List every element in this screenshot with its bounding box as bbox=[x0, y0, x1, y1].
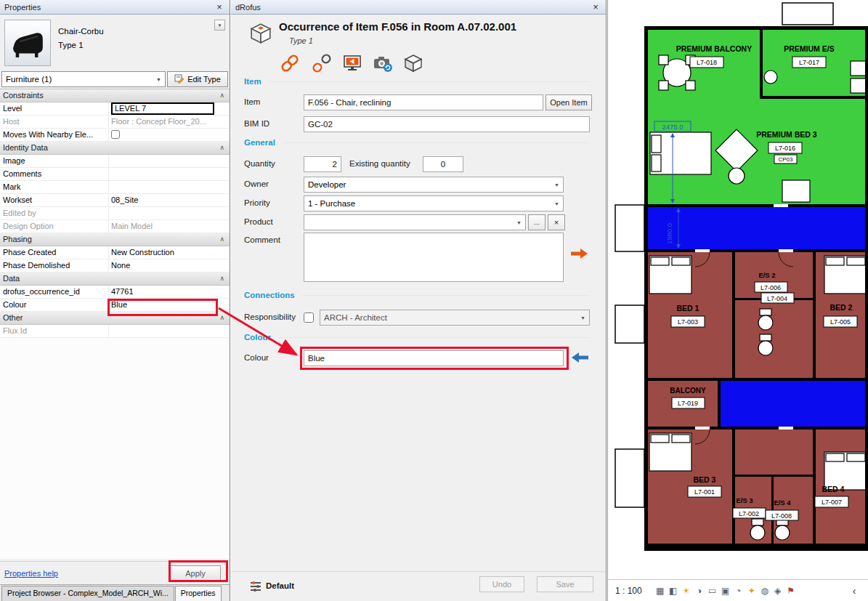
view-properties-icon[interactable]: ◍ bbox=[758, 586, 771, 596]
push-to-drofus-arrow-icon[interactable] bbox=[569, 247, 588, 262]
colour-value-cell[interactable]: Blue bbox=[109, 299, 230, 311]
displacement-icon[interactable]: ⚑ bbox=[784, 586, 798, 596]
tab-project-browser[interactable]: Project Browser - Complex_Model_ARCH_Wi.… bbox=[1, 586, 174, 601]
property-value-cell[interactable] bbox=[109, 181, 230, 193]
link-icon[interactable] bbox=[279, 52, 301, 74]
group-other[interactable]: Other ∧ bbox=[0, 312, 230, 325]
footer-divider bbox=[231, 571, 606, 572]
occurrence-heading: Occurrence of Item F.056 in Room A.07.02… bbox=[279, 20, 516, 33]
chevron-down-icon: ▼ bbox=[580, 315, 585, 320]
group-constraints[interactable]: Constraints ∧ bbox=[0, 89, 230, 102]
item-input[interactable] bbox=[304, 94, 543, 110]
model-box-icon[interactable] bbox=[402, 52, 424, 74]
row-image: Image bbox=[0, 155, 230, 168]
comment-label: Comment bbox=[244, 235, 280, 244]
property-value-cell[interactable] bbox=[109, 168, 230, 180]
drofus-title-bar[interactable]: dRofus × bbox=[231, 0, 606, 15]
pull-from-revit-arrow-icon[interactable] bbox=[571, 351, 590, 366]
owner-value: Developer bbox=[308, 180, 346, 189]
colour-input[interactable] bbox=[304, 350, 564, 366]
collapse-icon[interactable]: ∧ bbox=[219, 142, 224, 154]
property-value-cell bbox=[109, 325, 230, 337]
camera-sync-icon[interactable] bbox=[372, 52, 394, 74]
collapse-icon[interactable]: ∧ bbox=[219, 273, 224, 285]
save-button[interactable]: Save bbox=[537, 576, 593, 592]
detail-level-icon[interactable]: ▦ bbox=[654, 586, 667, 596]
floor-plan-canvas[interactable]: PREMIUM BALCONY PREMIUM E/S PREMIUM BED … bbox=[608, 0, 868, 578]
property-name-cell: Flux Id bbox=[0, 325, 109, 337]
default-config-icon[interactable] bbox=[250, 580, 261, 593]
close-icon[interactable]: × bbox=[214, 1, 225, 12]
plan-view[interactable]: PREMIUM BALCONY PREMIUM E/S PREMIUM BED … bbox=[607, 0, 868, 601]
product-clear-button[interactable]: × bbox=[548, 214, 565, 230]
group-phasing[interactable]: Phasing ∧ bbox=[0, 233, 230, 246]
row-edited-by: Edited by bbox=[0, 207, 230, 220]
apply-button[interactable]: Apply bbox=[170, 565, 221, 581]
open-item-button[interactable]: Open Item bbox=[545, 94, 592, 110]
screen-highlight-icon[interactable] bbox=[341, 52, 363, 74]
product-browse-button[interactable]: ... bbox=[528, 214, 545, 230]
tab-properties[interactable]: Properties bbox=[175, 586, 222, 601]
owner-dropdown[interactable]: Developer ▼ bbox=[304, 177, 564, 193]
property-value-cell[interactable] bbox=[109, 155, 230, 167]
moves-with-nearby-checkbox[interactable] bbox=[111, 130, 120, 139]
reveal-hidden-icon[interactable]: ✦ bbox=[745, 586, 758, 596]
unlink-icon[interactable] bbox=[311, 52, 333, 74]
dimension-label: 2475.0 bbox=[662, 123, 683, 131]
room-label: PREMIUM BED 3 bbox=[756, 130, 817, 139]
room-tag: L7-004 bbox=[767, 295, 787, 302]
close-icon[interactable]: × bbox=[590, 1, 601, 12]
room-label: E/S 4 bbox=[774, 499, 791, 507]
existing-quantity-label: Existing quantity bbox=[349, 159, 410, 168]
bim-id-input[interactable] bbox=[304, 116, 590, 132]
preview-expand-button[interactable]: ▼ bbox=[214, 20, 225, 31]
edit-type-button[interactable]: Edit Type bbox=[167, 71, 228, 87]
group-data[interactable]: Data ∧ bbox=[0, 273, 230, 286]
property-value-cell[interactable] bbox=[109, 129, 230, 141]
level-value[interactable]: LEVEL 7 bbox=[111, 102, 214, 115]
priority-dropdown[interactable]: 1 - Purchase ▼ bbox=[304, 195, 564, 211]
property-name-cell: Phase Demolished bbox=[0, 259, 109, 272]
crop-region-icon[interactable]: ▣ bbox=[719, 586, 732, 596]
group-identity-data[interactable]: Identity Data ∧ bbox=[0, 142, 230, 155]
property-name-cell: Colour bbox=[0, 299, 109, 311]
property-value-cell[interactable]: LEVEL 7 bbox=[109, 102, 230, 115]
responsibility-checkbox[interactable] bbox=[304, 312, 314, 323]
properties-title-bar[interactable]: Properties × bbox=[0, 0, 230, 15]
crop-view-icon[interactable]: ▭ bbox=[706, 586, 719, 596]
property-value-cell[interactable]: None bbox=[109, 259, 230, 272]
type-preview-image bbox=[4, 20, 51, 66]
product-dropdown[interactable]: ▼ bbox=[304, 214, 526, 230]
occurrence-cube-icon bbox=[249, 22, 272, 47]
room-tag: L7-007 bbox=[822, 499, 842, 506]
properties-help-link[interactable]: Properties help bbox=[4, 569, 58, 578]
collapse-icon[interactable]: ∧ bbox=[219, 312, 224, 324]
property-value-cell[interactable]: 47761 bbox=[109, 286, 230, 298]
undo-button[interactable]: Undo bbox=[479, 576, 524, 592]
sun-path-icon[interactable]: ☀ bbox=[680, 586, 693, 596]
type-selector-combobox[interactable]: Furniture (1) ▼ bbox=[1, 71, 166, 87]
row-design-option: Design Option Main Model bbox=[0, 220, 230, 233]
grid-empty-area bbox=[0, 338, 230, 559]
property-name-cell: Image bbox=[0, 155, 109, 167]
comment-textarea[interactable] bbox=[304, 233, 564, 282]
quantity-input[interactable] bbox=[304, 156, 341, 172]
collapse-arrow-icon[interactable]: ‹ bbox=[848, 585, 861, 597]
collapse-icon[interactable]: ∧ bbox=[219, 233, 224, 246]
analytical-model-icon[interactable]: ◈ bbox=[771, 586, 784, 596]
collapse-icon[interactable]: ∧ bbox=[219, 89, 224, 102]
property-value-cell[interactable]: New Construction bbox=[109, 246, 230, 259]
property-value-cell[interactable]: 08_Site bbox=[109, 194, 230, 206]
room-label: BED 3 bbox=[694, 475, 716, 484]
shadows-icon[interactable]: ◑ bbox=[693, 586, 706, 596]
existing-quantity-input[interactable] bbox=[423, 156, 463, 172]
drofus-panel: dRofus × Occurrence of Item F.056 in Roo… bbox=[231, 0, 607, 601]
bim-id-label: BIM ID bbox=[244, 119, 269, 128]
default-label[interactable]: Default bbox=[266, 581, 294, 590]
scale-label[interactable]: 1 : 100 bbox=[615, 586, 642, 596]
group-label: Phasing bbox=[3, 235, 32, 243]
responsibility-dropdown[interactable]: ARCH - Architect ▼ bbox=[320, 310, 590, 326]
hide-isolate-icon[interactable]: ◔ bbox=[732, 586, 745, 596]
visual-style-icon[interactable]: ◧ bbox=[667, 586, 680, 596]
property-name-cell: drofus_occurrence_id bbox=[0, 286, 109, 298]
